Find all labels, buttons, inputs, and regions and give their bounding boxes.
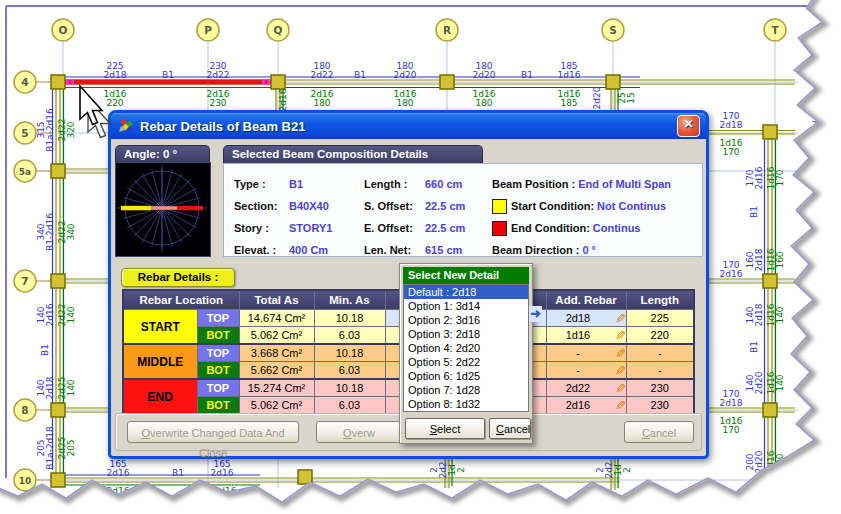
dial-start-segment bbox=[121, 206, 151, 211]
dialog-titlebar[interactable]: Rebar Details of Beam B21 ✕ bbox=[111, 113, 706, 139]
select-button[interactable]: Select bbox=[405, 418, 485, 439]
angle-panel-header: Angle: 0 ° bbox=[115, 145, 210, 163]
composition-field: Length :660 cm bbox=[364, 173, 465, 195]
dropdown-option[interactable]: Default : 2d18 bbox=[404, 285, 528, 299]
grid-bubble[interactable]: S bbox=[602, 19, 624, 41]
bubble-label: 8 bbox=[21, 404, 28, 416]
grid-bubble[interactable]: Q bbox=[267, 19, 289, 41]
dropdown-option[interactable]: Option 8: 1d32 bbox=[404, 397, 528, 411]
edit-pencil-icon[interactable]: ✎ bbox=[610, 347, 626, 360]
min-cell: 6.03 bbox=[314, 397, 385, 415]
composition-field: Elevat. :400 Cm bbox=[234, 239, 332, 261]
total-cell: 14.674 Cm² bbox=[239, 310, 314, 327]
rebar-label: 2d20 bbox=[592, 86, 602, 109]
grid-bubble[interactable]: 8 bbox=[14, 399, 50, 421]
grid-bubble[interactable]: 5a bbox=[14, 160, 50, 182]
dropdown-option[interactable]: Option 7: 1d28 bbox=[404, 383, 528, 397]
composition-field: Beam Direction :0 ° bbox=[492, 239, 671, 261]
selected-row-arrow-icon: ➜ bbox=[529, 306, 542, 322]
field-value: B1 bbox=[289, 178, 303, 190]
grid-bubble[interactable]: 7 bbox=[14, 270, 50, 292]
rebar-label: 170 bbox=[722, 425, 739, 435]
add-rebar-value: 2d22 bbox=[547, 382, 610, 394]
field-label: S. Offset: bbox=[364, 200, 422, 212]
close-icon[interactable]: ✕ bbox=[677, 115, 700, 137]
rebar-label: 2d16 bbox=[45, 303, 55, 326]
dropdown-option[interactable]: Option 2: 3d16 bbox=[404, 313, 528, 327]
grid-bubble[interactable]: O bbox=[52, 19, 74, 41]
rebar-label: 160 bbox=[775, 251, 785, 268]
rebar-label: 2 bbox=[622, 467, 632, 473]
app-window: 2252d182302d221802d221802d201802d201851d… bbox=[0, 0, 841, 514]
field-label: Len. Net: bbox=[364, 244, 422, 256]
composition-col3: Beam Position :End of Multi SpanStart Co… bbox=[492, 173, 671, 261]
popup-cancel-button[interactable]: Cancel bbox=[489, 418, 531, 439]
bubble-label: 5a bbox=[19, 167, 31, 177]
add-rebar-cell[interactable]: 2d22✎ bbox=[546, 379, 626, 397]
overwrite-close-button[interactable]: Overwrite Changed Data And Close bbox=[127, 421, 299, 443]
field-label: Beam Direction : bbox=[492, 244, 579, 256]
composition-field: Len. Net:615 cm bbox=[364, 239, 465, 261]
rebar-label: B1 bbox=[521, 70, 533, 80]
add-rebar-cell[interactable]: -✎ bbox=[546, 344, 626, 362]
rebar-label: 2d18 bbox=[720, 398, 743, 408]
total-cell: 3.668 Cm² bbox=[239, 344, 314, 362]
rebar-label: 140 bbox=[775, 306, 785, 323]
edit-pencil-icon[interactable]: ✎ bbox=[610, 312, 626, 325]
dropdown-option[interactable]: Option 6: 1d25 bbox=[404, 369, 528, 383]
add-rebar-cell[interactable]: 2d18✎ bbox=[546, 310, 626, 327]
rebar-label: 140 bbox=[66, 379, 76, 396]
bubble-label: Q bbox=[274, 24, 283, 36]
rebar-label: 220 bbox=[106, 98, 123, 108]
field-value: 615 cm bbox=[425, 244, 462, 256]
composition-field: Story :STORY1 bbox=[234, 217, 332, 239]
rebar-label: 2d16 bbox=[107, 468, 130, 478]
rebar-label: 2d18 bbox=[754, 303, 764, 326]
dialog-cancel-button[interactable]: Cancel bbox=[624, 421, 694, 443]
add-rebar-cell[interactable]: 2d16✎ bbox=[546, 397, 626, 415]
field-value: 660 cm bbox=[425, 178, 462, 190]
field-value: Not Continus bbox=[597, 200, 666, 212]
bubble-label: P bbox=[204, 24, 212, 36]
length-cell: 220 bbox=[626, 327, 694, 345]
rebar-label: 180 bbox=[313, 98, 330, 108]
dropdown-option[interactable]: Option 1: 3d14 bbox=[404, 299, 528, 313]
grid-bubble[interactable]: T bbox=[764, 19, 786, 41]
position-cell: TOP bbox=[197, 379, 239, 397]
field-label: Start Condition: bbox=[511, 200, 594, 212]
min-cell: 10.18 bbox=[314, 344, 385, 362]
edit-pencil-icon[interactable]: ✎ bbox=[610, 399, 626, 412]
add-rebar-cell[interactable]: -✎ bbox=[546, 362, 626, 380]
edit-pencil-icon[interactable]: ✎ bbox=[610, 329, 626, 342]
edit-pencil-icon[interactable]: ✎ bbox=[610, 364, 626, 377]
total-cell: 15.274 Cm² bbox=[239, 379, 314, 397]
dropdown-option[interactable]: Option 3: 2d18 bbox=[404, 327, 528, 341]
rebar-details-label: Rebar Details : bbox=[121, 268, 235, 287]
min-cell: 10.18 bbox=[314, 379, 385, 397]
grid-bubble[interactable]: P bbox=[197, 19, 219, 41]
rebar-label: 2d18 bbox=[720, 120, 743, 130]
field-label: Story : bbox=[234, 222, 286, 234]
grid-bubble[interactable]: R bbox=[436, 19, 458, 41]
dropdown-option[interactable]: Option 5: 2d22 bbox=[404, 355, 528, 369]
bubble-label: R bbox=[443, 24, 451, 36]
app-icon bbox=[117, 118, 134, 135]
position-cell: BOT bbox=[197, 327, 239, 345]
location-group-cell: END bbox=[123, 379, 197, 414]
edit-pencil-icon[interactable]: ✎ bbox=[610, 382, 626, 395]
rebar-label: 205 bbox=[66, 439, 76, 456]
overwrite-partial-button[interactable]: Overw bbox=[316, 421, 402, 443]
location-group-cell: MIDDLE bbox=[123, 344, 197, 379]
rebar-label: 2d22 bbox=[311, 70, 334, 80]
rebar-label: 180 bbox=[475, 98, 492, 108]
dialog-title: Rebar Details of Beam B21 bbox=[140, 119, 305, 134]
rebar-label: 2d20 bbox=[394, 70, 417, 80]
add-rebar-cell[interactable]: 1d16✎ bbox=[546, 327, 626, 345]
field-value: Continus bbox=[593, 222, 641, 234]
grid-bubble[interactable]: 4 bbox=[14, 71, 50, 93]
dial-end-segment bbox=[177, 206, 203, 211]
dropdown-option[interactable]: Option 4: 2d20 bbox=[404, 341, 528, 355]
total-cell: 5.062 Cm² bbox=[239, 327, 314, 345]
add-rebar-value: - bbox=[547, 364, 610, 376]
position-cell: TOP bbox=[197, 310, 239, 327]
